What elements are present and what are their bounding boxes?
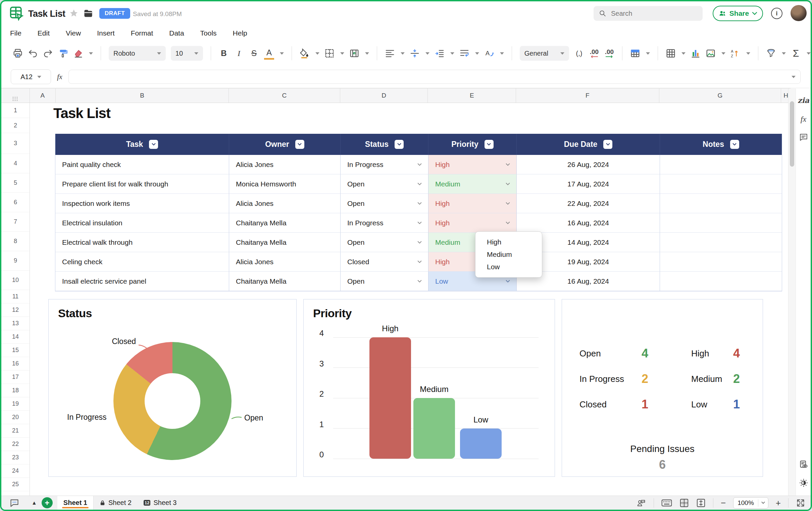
row-header[interactable]: 20 [1, 411, 30, 424]
status-cell[interactable]: Open [341, 174, 429, 194]
row-header[interactable]: 10 [1, 271, 30, 290]
col-header-D[interactable]: D [340, 89, 428, 102]
status-cell[interactable]: In Progress [341, 155, 429, 174]
dropdown-option-high[interactable]: High [475, 236, 542, 248]
info-button[interactable]: i [771, 8, 782, 19]
bar-high[interactable] [370, 337, 411, 459]
zia-assistant-icon[interactable]: zia [796, 96, 811, 104]
formula-input[interactable] [74, 73, 791, 81]
italic-button[interactable]: I [234, 47, 244, 60]
text-rotate-dropdown[interactable] [500, 52, 504, 55]
row-header[interactable]: 7 [1, 212, 30, 232]
menu-format[interactable]: Format [131, 29, 153, 37]
formula-bar-expand[interactable] [791, 76, 795, 78]
menu-data[interactable]: Data [169, 29, 184, 37]
header-status[interactable]: Status [341, 134, 429, 155]
chevron-down-icon[interactable] [505, 221, 510, 224]
row-header[interactable]: 13 [1, 317, 30, 330]
row-header[interactable]: 24 [1, 464, 30, 478]
print-icon[interactable] [13, 47, 23, 60]
vertical-align-dropdown[interactable] [426, 52, 430, 55]
filter-dropdown-icon[interactable] [603, 140, 612, 149]
indent-dropdown[interactable] [450, 52, 454, 55]
chat-bubble-icon[interactable] [9, 498, 20, 508]
row-header[interactable]: 11 [1, 290, 30, 303]
notes-cell[interactable] [660, 194, 782, 213]
due-date-cell[interactable]: 22 Aug, 2024 [517, 194, 660, 213]
status-cell[interactable]: Closed [341, 252, 429, 272]
paint-format-icon[interactable] [58, 47, 68, 60]
tab-sheet1[interactable]: Sheet 1 [57, 496, 94, 510]
task-cell[interactable]: Insall electric service panel [55, 272, 229, 291]
col-header-C[interactable]: C [229, 89, 340, 102]
bold-button[interactable]: B [219, 47, 229, 60]
owner-cell[interactable]: Alicia Jones [229, 252, 341, 272]
owner-cell[interactable]: Alicia Jones [229, 194, 341, 213]
task-cell[interactable]: Electrical walk through [55, 233, 229, 252]
row-header[interactable]: 1 [1, 103, 30, 118]
header-notes[interactable]: Notes [660, 134, 782, 155]
insert-image-icon[interactable] [706, 47, 716, 60]
header-due-date[interactable]: Due Date [517, 134, 660, 155]
col-header-G[interactable]: G [659, 89, 781, 102]
owner-cell[interactable]: Monica Hemsworth [229, 174, 341, 194]
row-header[interactable]: 9 [1, 251, 30, 271]
chevron-down-icon[interactable] [417, 241, 422, 244]
task-cell[interactable]: Celing check [55, 252, 229, 272]
vertical-scrollbar[interactable] [788, 89, 795, 495]
row-header[interactable]: 2 [1, 118, 30, 133]
col-header-E[interactable]: E [428, 89, 516, 102]
due-date-cell[interactable]: 26 Aug, 2024 [517, 155, 660, 174]
due-date-cell[interactable]: 16 Aug, 2024 [517, 213, 660, 233]
text-color-button[interactable]: A [264, 47, 274, 60]
user-avatar[interactable] [790, 5, 807, 21]
folder-icon[interactable] [83, 9, 93, 18]
tab-sheet2[interactable]: Sheet 2 [94, 496, 138, 510]
borders-icon[interactable] [324, 47, 335, 60]
status-cell[interactable]: In Progress [341, 213, 429, 233]
vertical-align-icon[interactable] [410, 47, 420, 60]
fill-color-icon[interactable] [300, 47, 310, 60]
sum-button[interactable]: Σ [791, 47, 801, 60]
text-wrap-dropdown[interactable] [475, 52, 479, 55]
priority-cell[interactable]: High [429, 155, 517, 174]
row-header[interactable]: 23 [1, 451, 30, 464]
status-cell[interactable]: Open [341, 194, 429, 213]
row-header[interactable]: 5 [1, 173, 30, 193]
horizontal-align-icon[interactable] [385, 47, 395, 60]
filter-dropdown-icon[interactable] [485, 140, 494, 149]
row-header[interactable]: 6 [1, 193, 30, 212]
text-color-dropdown[interactable] [280, 52, 284, 55]
cell-name-box[interactable]: A12 [11, 69, 51, 84]
owner-cell[interactable]: Chaitanya Mella [229, 233, 341, 252]
menu-edit[interactable]: Edit [37, 29, 50, 37]
chevron-down-icon[interactable] [417, 221, 422, 224]
notes-cell[interactable] [660, 233, 782, 252]
sort-az-icon[interactable]: AZ [730, 47, 741, 60]
row-header[interactable]: 14 [1, 330, 30, 344]
sum-dropdown[interactable] [807, 52, 811, 55]
sort-dropdown[interactable] [746, 52, 750, 55]
filter-dropdown-icon[interactable] [395, 140, 404, 149]
star-favorite-icon[interactable] [69, 9, 79, 18]
task-cell[interactable]: Paint quality check [55, 155, 229, 174]
task-cell[interactable]: Prepare client list for walk through [55, 174, 229, 194]
header-owner[interactable]: Owner [229, 134, 341, 155]
number-format-select[interactable]: General [520, 46, 569, 61]
filter-dropdown-icon[interactable] [295, 140, 304, 149]
theme-brightness-icon[interactable] [796, 478, 811, 487]
document-title[interactable]: Task List [28, 9, 65, 19]
task-cell[interactable]: Inspection work items [55, 194, 229, 213]
collaborator-chat-icon[interactable] [636, 499, 646, 507]
menu-view[interactable]: View [66, 29, 81, 37]
undo-icon[interactable] [28, 47, 38, 60]
filter-icon[interactable] [766, 47, 776, 60]
eraser-dropdown[interactable] [89, 52, 93, 55]
decrease-decimal-button[interactable]: .00 [589, 47, 599, 60]
notes-cell[interactable] [660, 213, 782, 233]
select-all-corner[interactable] [1, 89, 30, 102]
notes-cell[interactable] [660, 272, 782, 291]
menu-tools[interactable]: Tools [200, 29, 217, 37]
app-logo-icon[interactable] [9, 6, 24, 21]
add-sheet-button[interactable]: + [41, 497, 53, 508]
